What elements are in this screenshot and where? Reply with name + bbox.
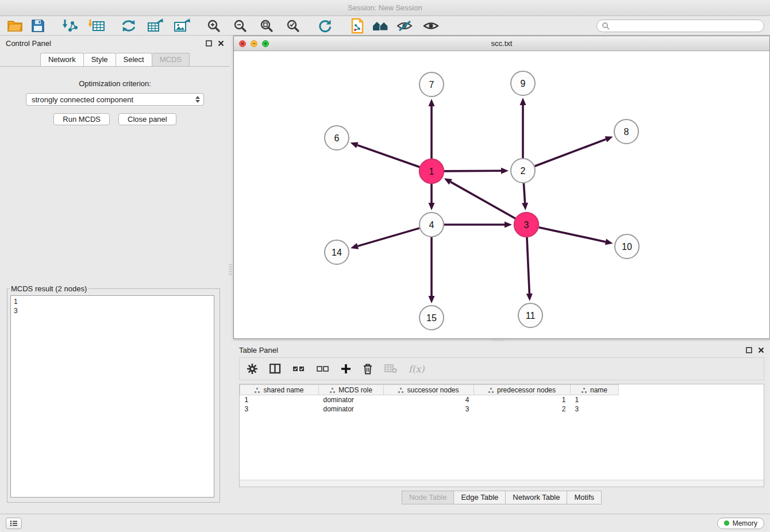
node-6[interactable]: 6 [325,126,349,150]
sort-icon [398,388,404,393]
column-header-predecessor-nodes[interactable]: predecessor nodes [474,385,571,395]
search-field[interactable] [596,20,764,32]
column-header-shared-name[interactable]: shared name [240,385,319,395]
zoom-in-button[interactable] [205,17,223,34]
network-canvas[interactable]: 7968124314101511 [234,51,769,338]
search-input[interactable] [613,22,759,30]
zoom-selected-button[interactable] [284,17,302,34]
export-image-button[interactable] [172,17,191,34]
window-minimize-button[interactable] [251,40,257,47]
export-table-button[interactable] [146,17,164,34]
edge-3-10[interactable] [538,228,605,242]
table-settings-button[interactable] [247,363,258,375]
tab-mcds[interactable]: MCDS [152,53,190,66]
table-cell[interactable]: 4 [384,395,474,404]
node-4[interactable]: 4 [419,213,444,237]
table-row[interactable]: 3dominator323 [240,404,619,414]
open-session-button[interactable] [6,17,24,34]
edge-3-11[interactable] [527,237,529,294]
result-item[interactable]: 1 [14,297,211,306]
tab-network[interactable]: Network [40,53,84,66]
tab-style[interactable]: Style [84,53,116,66]
delete-columns-button[interactable] [363,363,373,375]
zoom-fit-button[interactable] [257,17,276,34]
table-cell[interactable]: 3 [571,404,619,414]
network-window-titlebar[interactable]: scc.txt [234,36,769,51]
show-all-button[interactable] [422,17,440,34]
table-panel-tabs: Node TableEdge TableNetwork TableMotifs [233,491,770,504]
column-header-name[interactable]: name [571,385,619,395]
close-icon [758,347,764,353]
refresh-layout-button[interactable] [316,17,334,34]
import-table-icon [88,18,105,33]
memory-status-icon [724,521,729,526]
panel-splitter[interactable] [229,264,232,276]
node-9[interactable]: 9 [511,71,535,95]
select-all-columns-button[interactable] [292,365,305,372]
node-10[interactable]: 10 [615,234,639,259]
table-cell[interactable]: 1 [474,395,571,404]
show-column-button[interactable] [270,364,281,374]
column-header-MCDS-role[interactable]: MCDS role [319,385,384,395]
close-panel-button[interactable] [218,40,224,47]
column-header-successor-nodes[interactable]: successor nodes [384,385,474,395]
result-item[interactable]: 3 [14,306,211,315]
table-cell[interactable]: 1 [240,395,319,404]
node-11[interactable]: 11 [518,303,542,327]
edge-arrowhead [429,99,435,106]
unselect-all-columns-button[interactable] [317,365,329,372]
table-horizontal-scrollbar[interactable] [240,480,764,487]
close-table-panel-button[interactable] [758,347,764,353]
table-cell[interactable]: 1 [571,395,619,404]
window-zoom-button[interactable] [262,40,269,47]
export-network-button[interactable] [120,17,138,34]
create-column-button[interactable] [341,364,351,374]
edge-4-14[interactable] [357,228,419,246]
tab-select[interactable]: Select [116,53,152,66]
optimization-select[interactable]: strongly connected component [26,93,204,106]
run-mcds-button[interactable]: Run MCDS [53,113,110,125]
table-row[interactable]: 1dominator411 [240,395,619,404]
delete-table-button[interactable] [384,364,397,373]
column-label: MCDS role [338,386,372,394]
window-titlebar[interactable]: Session: New Session [0,0,770,16]
hide-selected-button[interactable] [395,17,414,34]
node-14[interactable]: 14 [325,240,349,264]
table-cell[interactable]: 3 [240,404,319,414]
node-2[interactable]: 2 [511,159,535,183]
close-panel-action-button[interactable]: Close panel [118,113,176,125]
node-15[interactable]: 15 [419,306,444,330]
edge-3-1[interactable] [451,182,515,219]
node-label: 15 [426,313,437,323]
session-doc-button[interactable] [348,17,367,34]
mcds-result-list[interactable]: 13 [10,295,214,498]
table-cell[interactable]: 3 [384,404,474,414]
node-7[interactable]: 7 [419,72,444,97]
table-cell[interactable]: 2 [474,404,571,414]
table-cell[interactable]: dominator [319,395,384,404]
window-resize-grip[interactable] [493,338,505,341]
zoom-out-button[interactable] [231,17,249,34]
edge-2-3[interactable] [523,183,525,203]
save-session-button[interactable] [29,17,47,34]
import-table-button[interactable] [87,17,106,34]
float-table-panel-button[interactable] [746,347,752,353]
import-network-button[interactable] [61,17,79,34]
tab-motifs[interactable]: Motifs [567,491,602,504]
task-history-button[interactable] [6,518,22,529]
edge-2-8[interactable] [535,139,606,166]
edge-1-6[interactable] [357,145,419,167]
tab-node-table[interactable]: Node Table [402,491,455,504]
window-close-button[interactable] [239,40,246,47]
node-1[interactable]: 1 [419,159,444,183]
table-cell[interactable]: dominator [319,404,384,414]
memory-button[interactable]: Memory [717,518,764,529]
tab-network-table[interactable]: Network Table [506,491,567,504]
function-builder-button[interactable]: f(x) [409,364,424,375]
tab-edge-table[interactable]: Edge Table [454,491,506,504]
node-8[interactable]: 8 [614,119,638,144]
edge-1-2[interactable] [444,171,501,171]
home-networks-button[interactable] [371,17,391,34]
node-3[interactable]: 3 [514,213,538,237]
float-panel-button[interactable] [206,40,212,47]
